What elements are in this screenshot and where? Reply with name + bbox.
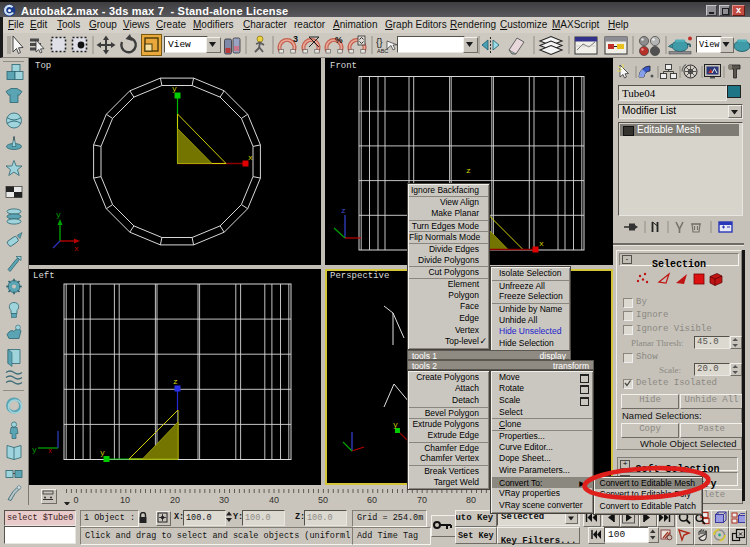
svg-text:10: 10: [120, 495, 130, 505]
svg-text:80: 80: [466, 495, 476, 505]
svg-text:0: 0: [73, 495, 78, 505]
svg-text:70: 70: [417, 495, 427, 505]
svg-text:20: 20: [170, 495, 180, 505]
svg-text:3: 3: [293, 34, 298, 44]
svg-text:40: 40: [269, 495, 279, 505]
svg-text:50: 50: [318, 495, 328, 505]
svg-text:30: 30: [219, 495, 229, 505]
svg-text:{}: {}: [376, 37, 383, 48]
svg-text:%: %: [335, 35, 343, 45]
svg-text:ABC: ABC: [377, 48, 388, 54]
svg-text:60: 60: [367, 495, 377, 505]
